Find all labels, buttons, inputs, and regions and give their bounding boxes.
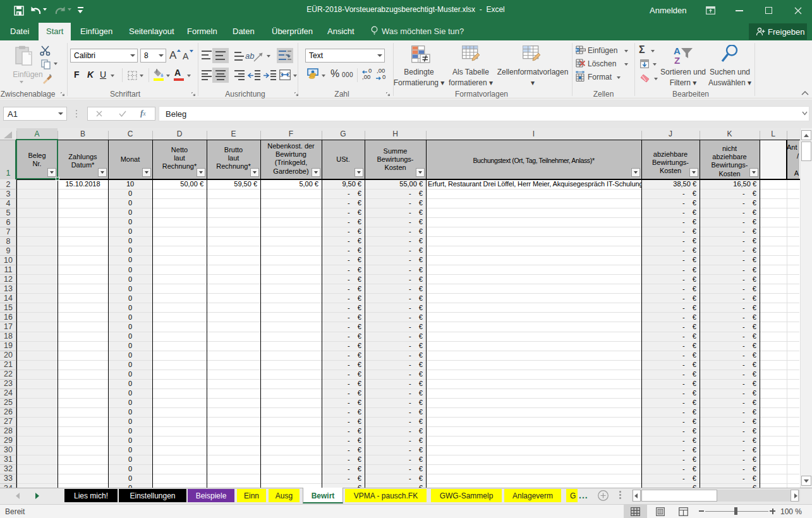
- svg-text:Z: Z: [674, 55, 680, 65]
